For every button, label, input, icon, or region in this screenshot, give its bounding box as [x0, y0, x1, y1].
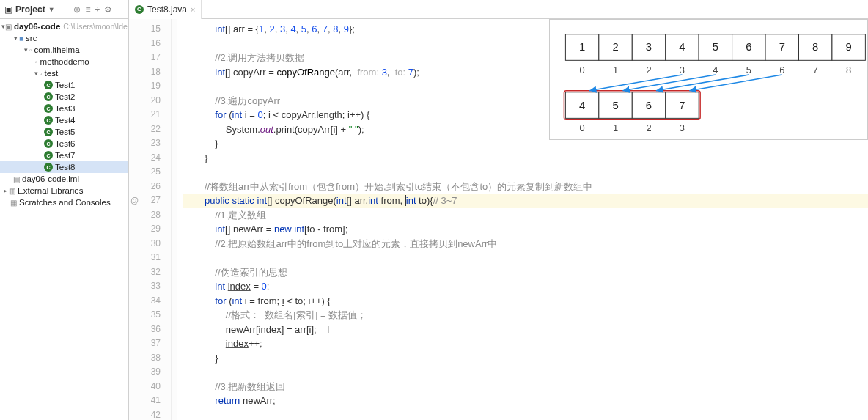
line-number: 20	[129, 94, 171, 108]
code-line[interactable]: }	[183, 351, 868, 366]
chevron-down-icon: ▼	[48, 6, 55, 13]
diagram-overlay: 123456789 012345678 4567 0123	[549, 19, 868, 140]
line-number: @27	[129, 194, 171, 208]
tree-class-test3[interactable]: CTest3	[0, 103, 128, 114]
line-number: 39	[129, 365, 171, 380]
line-number: 18	[129, 65, 171, 80]
root-name: day06-code	[14, 22, 60, 31]
class-icon: C	[44, 139, 53, 148]
class-icon: C	[44, 116, 53, 125]
svg-text:3: 3	[680, 122, 685, 133]
code-line[interactable]: return newArr;	[183, 394, 868, 408]
line-number: 42	[129, 408, 171, 421]
locate-icon[interactable]: ⊕	[73, 4, 81, 15]
line-number: 29	[129, 222, 171, 237]
code-line[interactable]: newArr[index] = arr[i]; I	[183, 323, 868, 337]
project-icon: ▣	[4, 4, 12, 15]
line-number: 31	[129, 251, 171, 265]
line-number: 24	[129, 151, 171, 166]
code-line[interactable]: public static int[] copyOfRange(int[] ar…	[183, 194, 868, 208]
hide-icon[interactable]: —	[117, 4, 125, 15]
svg-text:5: 5	[746, 65, 751, 75]
override-icon[interactable]: @	[130, 194, 139, 208]
editor[interactable]: 151617181920212223242526@272829303132333…	[129, 19, 868, 420]
svg-text:6: 6	[646, 100, 652, 111]
root-path: C:\Users\moon\IdeaProjects	[63, 22, 129, 31]
tree-ext-lib[interactable]: ▸▥External Libraries	[0, 185, 128, 196]
project-tree[interactable]: ▾▣day06-codeC:\Users\moon\IdeaProjects ▾…	[0, 19, 129, 420]
collapse-icon[interactable]: ÷	[95, 4, 100, 15]
svg-text:7: 7	[679, 100, 685, 111]
code-line[interactable]	[183, 365, 868, 380]
line-number: 23	[129, 136, 171, 151]
svg-text:5: 5	[612, 100, 618, 111]
tab-test8[interactable]: C Test8.java ×	[129, 0, 202, 19]
svg-text:0: 0	[580, 122, 585, 133]
class-icon: C	[44, 104, 53, 113]
code-line[interactable]: //3.把新数组返回	[183, 380, 868, 394]
class-icon: C	[44, 128, 53, 136]
tree-class-test5[interactable]: CTest5	[0, 126, 128, 138]
tree-root[interactable]: ▾▣day06-codeC:\Users\moon\IdeaProjects	[0, 21, 128, 32]
line-number: 19	[129, 79, 171, 94]
line-number: 37	[129, 336, 171, 351]
code-line[interactable]: //1.定义数组	[183, 208, 868, 223]
tree-pkg[interactable]: ▾▫com.itheima	[0, 44, 128, 56]
svg-text:6: 6	[746, 41, 751, 53]
code-line[interactable]	[183, 408, 868, 421]
line-number: 16	[129, 37, 171, 51]
line-number: 21	[129, 108, 171, 122]
code-line[interactable]: //2.把原始数组arr中的from到to上对应的元素，直接拷贝到newArr中	[183, 237, 868, 251]
close-icon[interactable]: ×	[191, 5, 195, 14]
tree-class-test6[interactable]: CTest6	[0, 138, 128, 150]
code-line[interactable]: //格式： 数组名[索引] = 数据值；	[183, 308, 868, 323]
tree-class-test4[interactable]: CTest4	[0, 114, 128, 126]
code-line[interactable]: index++;	[183, 336, 868, 351]
gear-icon[interactable]: ⚙	[104, 4, 112, 15]
code-line[interactable]: //伪造索引的思想	[183, 265, 868, 280]
line-number: 41	[129, 394, 171, 408]
code-line[interactable]: }	[183, 151, 868, 166]
tree-class-test2[interactable]: CTest2	[0, 91, 128, 103]
tree-class-test8[interactable]: CTest8	[0, 161, 128, 173]
tree-scratches[interactable]: ▦Scratches and Consoles	[0, 196, 128, 208]
svg-text:7: 7	[779, 41, 785, 53]
fold-column	[172, 19, 177, 420]
svg-text:4: 4	[713, 65, 718, 75]
svg-text:3: 3	[680, 65, 685, 75]
line-number: 22	[129, 122, 171, 137]
tree-test[interactable]: ▾▫test	[0, 67, 128, 79]
class-icon: C	[44, 81, 53, 89]
line-number: 28	[129, 208, 171, 223]
editor-tabs: C Test8.java ×	[129, 0, 202, 19]
svg-text:7: 7	[813, 65, 818, 75]
expand-icon[interactable]: ≡	[85, 4, 90, 15]
class-icon: C	[44, 163, 53, 172]
svg-text:0: 0	[580, 65, 585, 75]
code-line[interactable]	[183, 165, 868, 180]
line-number: 33	[129, 279, 171, 294]
code-line[interactable]	[183, 251, 868, 265]
svg-text:9: 9	[846, 41, 852, 53]
tab-label: Test8.java	[147, 4, 187, 15]
line-number: 32	[129, 265, 171, 280]
line-number: 15	[129, 22, 171, 37]
tree-methoddemo[interactable]: ▫methoddemo	[0, 56, 128, 67]
code-line[interactable]: for (int i = from; i < to; i++) {	[183, 294, 868, 309]
svg-text:1: 1	[579, 41, 585, 53]
line-number: 25	[129, 165, 171, 180]
svg-text:2: 2	[646, 122, 651, 133]
svg-text:4: 4	[579, 100, 585, 111]
line-number: 35	[129, 308, 171, 323]
line-number: 38	[129, 351, 171, 366]
tree-class-test1[interactable]: CTest1	[0, 79, 128, 91]
tree-class-test7[interactable]: CTest7	[0, 150, 128, 161]
project-panel-header[interactable]: ▣ Project ▼ ⊕ ≡ ÷ ⚙ —	[0, 0, 129, 19]
tree-src[interactable]: ▾■src	[0, 32, 128, 44]
code-line[interactable]: int index = 0;	[183, 279, 868, 294]
svg-text:6: 6	[779, 65, 784, 75]
code-line[interactable]: //将数组arr中从索引from（包含from）开始,到索引to结束（不包含to…	[183, 180, 868, 194]
code-line[interactable]: int[] newArr = new int[to - from];	[183, 222, 868, 237]
tree-iml[interactable]: ▤day06-code.iml	[0, 173, 128, 185]
line-number: 40	[129, 380, 171, 394]
